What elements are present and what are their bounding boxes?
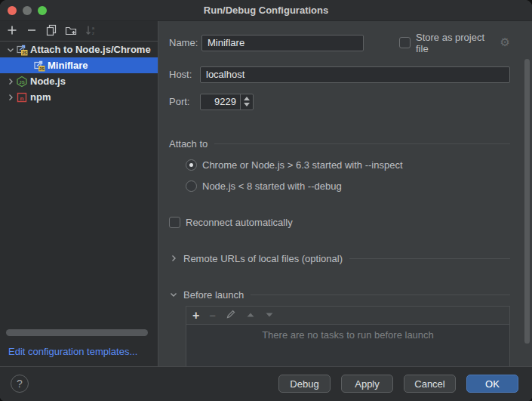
before-launch-empty-text: There are no tasks to run before launch (186, 329, 509, 341)
npm-icon: n (16, 91, 28, 103)
before-launch-task-list: + − There are no tasks to run before lau… (186, 306, 510, 366)
port-spinner-buttons[interactable] (240, 94, 253, 110)
tree-item-npm[interactable]: n npm (0, 89, 158, 105)
port-stepper (200, 94, 254, 110)
ok-button[interactable]: OK (466, 375, 518, 393)
chevron-right-icon[interactable] (5, 93, 16, 102)
svg-text:a: a (91, 25, 94, 29)
copy-configuration-button[interactable] (45, 25, 57, 38)
add-task-icon[interactable]: + (192, 310, 199, 321)
copy-icon (45, 24, 57, 39)
host-label: Host: (169, 69, 192, 80)
attach-nodejs-icon: JS (16, 44, 28, 56)
port-input[interactable] (201, 94, 240, 110)
remove-icon (26, 24, 38, 39)
svg-text:JS: JS (39, 66, 45, 71)
window-controls (8, 6, 47, 15)
help-button[interactable]: ? (11, 375, 29, 393)
sidebar-toolbar: az (0, 21, 158, 42)
remove-task-icon: − (209, 310, 216, 321)
before-launch-toolbar: + − (186, 307, 509, 325)
new-folder-icon (65, 24, 77, 39)
tree-item-label: Node.js (30, 76, 66, 87)
name-input[interactable] (201, 35, 364, 51)
configurations-tree: JS Attach to Node.js/Chrome JS Miniflare… (0, 42, 158, 105)
configuration-form: Name: Store as project file ⚙ Host: Port… (158, 21, 532, 366)
radio-option-label: Chrome or Node.js > 6.3 started with --i… (202, 159, 403, 171)
host-input[interactable] (200, 66, 510, 83)
before-launch-section-label: Before launch (183, 289, 244, 301)
store-as-project-file-checkbox[interactable] (399, 37, 411, 48)
main-vertical-scrollbar[interactable] (524, 59, 530, 344)
close-window-button[interactable] (8, 6, 17, 15)
spinner-up-icon[interactable] (244, 97, 250, 100)
tree-item-label: Miniflare (48, 60, 88, 71)
tree-item-attach-to-nodejs-chrome[interactable]: JS Attach to Node.js/Chrome (0, 42, 158, 57)
dialog-title: Run/Debug Configurations (0, 0, 532, 21)
svg-text:JS: JS (19, 79, 24, 84)
chevron-down-icon[interactable] (5, 45, 16, 54)
spinner-down-icon[interactable] (244, 103, 250, 106)
add-configuration-button[interactable] (5, 25, 18, 38)
reconnect-automatically-row[interactable]: Reconnect automatically (169, 214, 293, 230)
edit-task-icon (226, 309, 236, 322)
run-debug-configurations-dialog: Run/Debug Configurations az JS (0, 0, 532, 401)
dialog-footer: ? Debug Apply Cancel OK (0, 366, 532, 401)
minimize-window-button (23, 6, 32, 15)
svg-text:JS: JS (22, 51, 27, 55)
section-divider (214, 143, 510, 144)
radio-selected-icon[interactable] (186, 159, 197, 171)
tree-item-label: Attach to Node.js/Chrome (30, 44, 151, 55)
chevron-down-icon[interactable] (169, 289, 178, 301)
section-divider (251, 295, 510, 295)
sort-alphabetically-icon: az (85, 24, 97, 39)
move-up-icon (246, 310, 255, 321)
apply-button[interactable]: Apply (341, 375, 393, 393)
sidebar-horizontal-scrollbar[interactable] (6, 329, 148, 336)
radio-option-inspect[interactable]: Chrome or Node.js > 6.3 started with --i… (186, 157, 403, 172)
nodejs-icon: JS (16, 76, 28, 88)
new-folder-button[interactable] (64, 25, 77, 38)
dialog-buttons: Debug Apply Cancel OK (278, 375, 518, 393)
cancel-button[interactable]: Cancel (404, 375, 456, 393)
move-down-icon (265, 310, 274, 321)
attach-nodejs-icon: JS (33, 60, 45, 72)
svg-text:n: n (20, 94, 24, 101)
reconnect-automatically-label: Reconnect automatically (186, 217, 293, 228)
configurations-sidebar: az JS Attach to Node.js/Chrome JS Minifl… (0, 21, 158, 366)
debug-button[interactable]: Debug (278, 375, 331, 393)
zoom-window-button[interactable] (38, 6, 47, 15)
remote-urls-section-header[interactable]: Remote URLs of local files (optional) (169, 251, 510, 266)
remote-urls-section-label: Remote URLs of local files (optional) (183, 253, 343, 264)
radio-unselected-icon[interactable] (186, 180, 197, 192)
edit-configuration-templates-link[interactable]: Edit configuration templates... (8, 346, 137, 357)
chevron-right-icon[interactable] (169, 253, 178, 264)
before-launch-section-header[interactable]: Before launch (169, 287, 510, 302)
port-label: Port: (169, 96, 189, 107)
section-divider (349, 258, 510, 259)
radio-option-debug[interactable]: Node.js < 8 started with --debug (186, 178, 342, 193)
tree-item-nodejs[interactable]: JS Node.js (0, 73, 158, 89)
remove-configuration-button[interactable] (25, 25, 38, 38)
radio-option-label: Node.js < 8 started with --debug (202, 180, 342, 192)
reconnect-automatically-checkbox[interactable] (169, 217, 180, 228)
tree-item-miniflare[interactable]: JS Miniflare (0, 57, 158, 73)
svg-text:z: z (92, 31, 94, 35)
store-as-project-file-label: Store as project file (416, 32, 494, 54)
chevron-right-icon[interactable] (5, 77, 16, 86)
gear-icon[interactable]: ⚙ (500, 37, 510, 48)
titlebar: Run/Debug Configurations (0, 0, 532, 21)
add-icon (6, 24, 18, 39)
tree-item-label: npm (30, 91, 51, 103)
sort-configurations-button: az (84, 25, 97, 38)
name-label: Name: (169, 37, 198, 48)
attach-to-section-label: Attach to (169, 138, 208, 150)
